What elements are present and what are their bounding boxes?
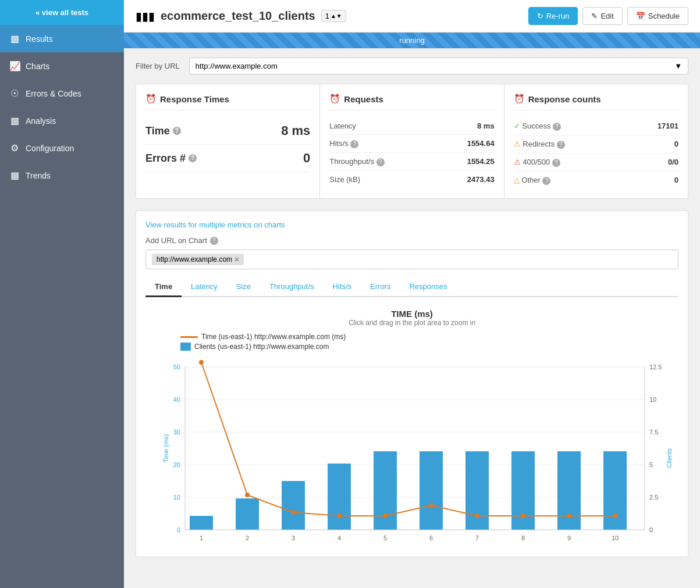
sidebar-item-errors-label: Errors & Codes xyxy=(26,89,81,98)
url-tags-input[interactable]: http://www.example.com × xyxy=(145,250,678,269)
chart-legend: Time (us-east-1) http://www.example.com … xyxy=(180,333,678,351)
svg-text:50: 50 xyxy=(173,364,180,370)
response-times-card: ⏰ Response Times Time ? 8 ms Errors # ? … xyxy=(136,84,320,198)
tab-hits[interactable]: Hits/s xyxy=(324,277,361,297)
clock-icon-1: ⏰ xyxy=(145,94,157,104)
svg-text:2.5: 2.5 xyxy=(649,494,658,501)
tab-time[interactable]: Time xyxy=(145,277,182,297)
line-dot-1 xyxy=(199,360,204,365)
legend-bar-label: Clients (us-east-1) http://www.example.c… xyxy=(194,343,329,351)
errors-help-icon[interactable]: ? xyxy=(189,154,197,162)
svg-text:10: 10 xyxy=(612,534,619,541)
legend-bar-swatch xyxy=(180,343,191,351)
sidebar-item-trends[interactable]: ▩ Trends xyxy=(0,162,124,189)
error400-help-icon[interactable]: ? xyxy=(552,159,560,167)
add-url-help-icon[interactable]: ? xyxy=(210,237,218,245)
svg-text:5: 5 xyxy=(383,534,387,541)
chart-container: TIME (ms) Click and drag in the plot are… xyxy=(145,303,678,547)
legend-line-item: Time (us-east-1) http://www.example.com … xyxy=(180,333,678,341)
bar-3 xyxy=(282,481,305,530)
chart-svg: 0 10 20 30 40 50 0 2.5 5 7.5 10 12.5 xyxy=(156,355,668,541)
y-left-axis-label: Time (ms) xyxy=(162,434,169,462)
legend-line-label: Time (us-east-1) http://www.example.com … xyxy=(201,333,346,341)
filter-label: Filter by URL xyxy=(136,62,180,70)
sidebar-item-configuration[interactable]: ⚙ Configuration xyxy=(0,134,124,162)
version-spinner[interactable]: 1 ▲▼ xyxy=(321,10,346,22)
version-number: 1 xyxy=(325,12,329,20)
redirects-row: ⚠ Redirects ? 0 xyxy=(514,136,678,154)
line-dot-9 xyxy=(567,514,571,518)
chart-bar-icon: ▮▮▮ xyxy=(136,9,155,23)
errors-value: 0 xyxy=(303,151,310,166)
sidebar-item-charts[interactable]: 📈 Charts xyxy=(0,52,124,80)
redirects-help-icon[interactable]: ? xyxy=(557,141,565,149)
latency-row: Latency 8 ms xyxy=(329,117,494,135)
line-dot-2 xyxy=(245,493,250,497)
tab-size[interactable]: Size xyxy=(227,277,260,297)
charts-link[interactable]: View results for multiple metrics on cha… xyxy=(145,220,678,229)
sidebar-item-analysis-label: Analysis xyxy=(26,116,56,126)
results-icon: ▩ xyxy=(9,33,20,44)
view-all-tests-button[interactable]: « view all tests xyxy=(0,0,124,25)
edit-icon: ✎ xyxy=(591,12,598,20)
error-400-row: ⚠ 400/500 ? 0/0 xyxy=(514,154,678,172)
svg-text:6: 6 xyxy=(429,534,433,541)
response-counts-header: ⏰ Response counts xyxy=(514,94,678,111)
charts-icon: 📈 xyxy=(9,60,20,72)
svg-text:30: 30 xyxy=(173,429,180,436)
add-url-label: Add URL on Chart ? xyxy=(145,236,678,245)
throughput-help-icon[interactable]: ? xyxy=(376,158,385,166)
other-help-icon[interactable]: ? xyxy=(542,177,550,185)
hits-row: Hits/s ? 1554.64 xyxy=(329,135,494,153)
other-row: △ Other ? 0 xyxy=(514,172,678,189)
throughput-row: Throughput/s ? 1554.25 xyxy=(329,153,494,171)
bar-2 xyxy=(236,498,259,530)
title-area: ▮▮▮ ecommerce_test_10_clients 1 ▲▼ xyxy=(136,9,346,23)
time-stat: Time ? 8 ms xyxy=(145,117,310,145)
tab-responses[interactable]: Responses xyxy=(400,277,456,297)
error-icon: ⚠ xyxy=(514,158,521,166)
trends-icon: ▩ xyxy=(9,170,20,181)
filter-row: Filter by URL http://www.example.com ▼ xyxy=(136,58,688,74)
sidebar-item-configuration-label: Configuration xyxy=(26,144,74,153)
success-row: ✓ Success ? 17101 xyxy=(514,117,678,136)
line-dot-6 xyxy=(429,503,433,508)
url-tag-remove-button[interactable]: × xyxy=(234,255,239,264)
sidebar: « view all tests ▩ Results 📈 Charts ☉ Er… xyxy=(0,0,124,588)
edit-button[interactable]: ✎ Edit xyxy=(582,7,622,25)
chart-title: TIME (ms) xyxy=(145,309,678,319)
dropdown-chevron-icon: ▼ xyxy=(674,62,682,70)
sidebar-item-results[interactable]: ▩ Results xyxy=(0,25,124,52)
sidebar-item-errors[interactable]: ☉ Errors & Codes xyxy=(0,80,124,107)
configuration-icon: ⚙ xyxy=(9,142,20,154)
tab-throughput[interactable]: Throughput/s xyxy=(260,277,324,297)
warning-icon: △ xyxy=(514,176,520,184)
hits-help-icon[interactable]: ? xyxy=(350,140,358,148)
time-line xyxy=(201,362,615,516)
success-icon: ✓ xyxy=(514,122,520,130)
bar-6 xyxy=(420,451,443,530)
main-content: ▮▮▮ ecommerce_test_10_clients 1 ▲▼ ↻ Re-… xyxy=(124,0,700,588)
line-dot-10 xyxy=(613,514,617,518)
svg-text:1: 1 xyxy=(200,534,203,541)
svg-text:0: 0 xyxy=(177,526,180,533)
line-dot-4 xyxy=(337,514,342,518)
tab-latency[interactable]: Latency xyxy=(182,277,227,297)
success-help-icon[interactable]: ? xyxy=(553,123,561,131)
sidebar-item-trends-label: Trends xyxy=(26,171,51,180)
running-bar: running xyxy=(124,33,700,48)
line-dot-8 xyxy=(521,514,525,518)
tab-errors[interactable]: Errors xyxy=(361,277,400,297)
rerun-button[interactable]: ↻ Re-run xyxy=(528,7,578,25)
svg-text:10: 10 xyxy=(173,494,180,501)
size-row: Size (kB) 2473.43 xyxy=(329,171,494,188)
bar-1 xyxy=(190,516,213,530)
sidebar-item-analysis[interactable]: ▩ Analysis xyxy=(0,107,124,134)
clock-icon-3: ⏰ xyxy=(514,94,525,104)
bar-4 xyxy=(328,464,351,530)
svg-text:0: 0 xyxy=(649,526,653,533)
schedule-button[interactable]: 📅 Schedule xyxy=(627,7,688,25)
svg-text:8: 8 xyxy=(521,534,525,541)
time-help-icon[interactable]: ? xyxy=(173,127,181,135)
filter-url-select[interactable]: http://www.example.com ▼ xyxy=(189,58,688,74)
